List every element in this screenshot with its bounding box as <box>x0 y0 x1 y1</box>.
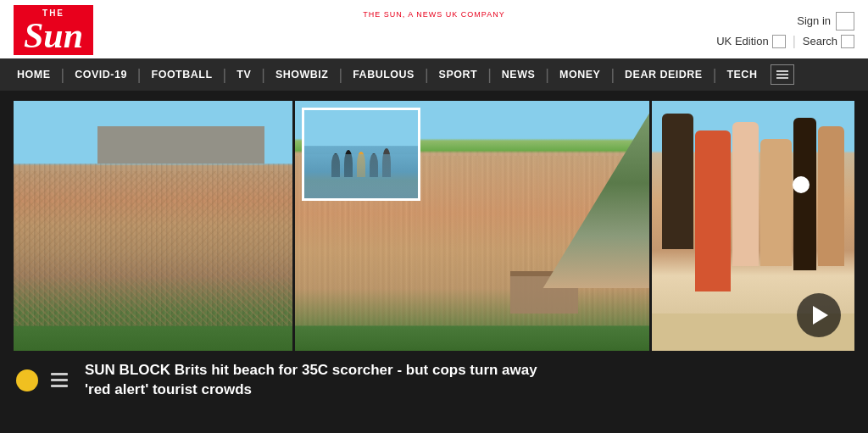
sun-icon <box>16 369 38 391</box>
inset-beach-image <box>302 108 420 201</box>
header-divider: | <box>793 34 796 49</box>
beach-crowd-image-left <box>14 101 292 351</box>
article-footer: SUN BLOCK Brits hit beach for 35C scorch… <box>14 351 854 400</box>
nav-more-button[interactable] <box>771 64 794 85</box>
list-icon <box>51 373 68 387</box>
image-panel-left <box>14 101 292 351</box>
pier-structure <box>97 126 264 164</box>
article-image-collage <box>14 101 854 351</box>
lines-icon-button[interactable] <box>46 370 73 391</box>
main-nav: HOME | COVID-19 | FOOTBALL | TV | SHOWBI… <box>0 58 868 91</box>
sign-in-label[interactable]: Sign in <box>797 14 831 27</box>
logo-sun-text: Sun <box>24 18 83 53</box>
header-actions: Sign in UK Edition | Search <box>716 12 854 49</box>
nav-item-fabulous[interactable]: FABULOUS <box>342 58 425 91</box>
nav-item-home[interactable]: HOME <box>7 58 61 91</box>
nav-item-deardeidre[interactable]: DEAR DEIDRE <box>615 58 713 91</box>
site-header: THE Sun THE SUN, A NEWS UK COMPANY Sign … <box>0 0 868 58</box>
site-tagline: THE SUN, A NEWS UK COMPANY <box>363 10 504 19</box>
nav-item-news[interactable]: NEWS <box>492 58 546 91</box>
article-headline: SUN BLOCK Brits hit beach for 35C scorch… <box>85 361 854 400</box>
svg-rect-1 <box>776 74 788 75</box>
search-icon[interactable] <box>841 35 854 48</box>
nav-item-football[interactable]: FOOTBALL <box>142 58 223 91</box>
nav-item-sport[interactable]: SPORT <box>429 58 488 91</box>
nav-item-tv[interactable]: TV <box>226 58 261 91</box>
play-button[interactable] <box>797 293 841 337</box>
svg-rect-2 <box>776 77 788 79</box>
edition-label[interactable]: UK Edition <box>716 35 768 47</box>
sun-icon-button[interactable] <box>14 370 41 391</box>
headline-text-2: 'red alert' tourist crowds <box>85 381 252 397</box>
nav-item-covid19[interactable]: COVID-19 <box>64 58 137 91</box>
sign-in-icon[interactable] <box>836 12 854 31</box>
svg-rect-0 <box>776 70 788 72</box>
site-logo[interactable]: THE Sun <box>14 5 93 55</box>
article-icon-buttons <box>14 370 73 391</box>
search-label[interactable]: Search <box>803 35 837 47</box>
nav-item-tech[interactable]: TECH <box>716 58 767 91</box>
nav-item-money[interactable]: MONEY <box>549 58 610 91</box>
image-panel-middle <box>295 101 649 351</box>
hamburger-icon <box>776 69 788 80</box>
edition-dropdown-icon[interactable] <box>772 35 786 48</box>
main-content: SUN BLOCK Brits hit beach for 35C scorch… <box>0 91 868 410</box>
nav-item-showbiz[interactable]: SHOWBIZ <box>265 58 339 91</box>
play-icon <box>813 306 828 325</box>
image-panel-right <box>652 101 854 351</box>
headline-text-1: SUN BLOCK Brits hit beach for 35C scorch… <box>85 362 537 378</box>
